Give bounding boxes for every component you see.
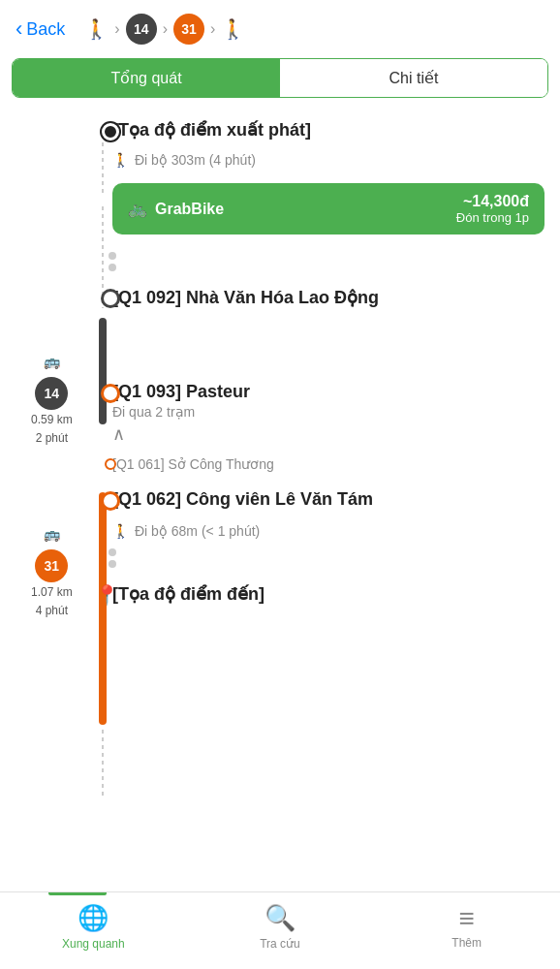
bus14-meta: 🚌 14 0.59 km 2 phút (31, 354, 73, 447)
tra-cuu-label: Tra cứu (260, 937, 300, 951)
left-meta: 🚌 14 0.59 km 2 phút 🚌 31 (31, 109, 89, 643)
grabbike-bike-icon: 🚲 (128, 200, 147, 218)
expand-stops-btn[interactable]: ∧ (112, 423, 544, 445)
svg-rect-3 (99, 492, 107, 725)
screen: ‹ Back 🚶 › 14 › 31 › 🚶 Tổng quát Chi tiế… (0, 0, 560, 969)
bus31-stop1: [Q1 093] Pasteur Đi qua 2 trạm ∧ (112, 372, 544, 449)
active-nav-indicator (48, 892, 107, 895)
walk-end-icon: 🚶 (221, 17, 245, 41)
intermediate-dot (105, 458, 116, 470)
end-walk-detail: 🚶 Đi bộ 68m (< 1 phút) (112, 519, 544, 545)
bottom-nav: 🌐 Xung quanh 🔍 Tra cứu ≡ Thêm (0, 891, 560, 969)
bus31-stop2-dot (101, 491, 120, 511)
arrow-icon-2: › (163, 20, 168, 38)
walk-icon-end: 🚶 (112, 523, 129, 539)
bus-num-badge-31: 31 (35, 549, 68, 582)
intermediate-stop: [Q1 061] Sở Công Thương (112, 449, 544, 480)
them-label: Thêm (451, 936, 482, 950)
arrow-icon-1: › (114, 20, 119, 38)
walk-dots-1 (112, 248, 544, 277)
svg-rect-2 (99, 318, 107, 424)
bus31-meta: 🚌 31 1.07 km 4 phút (31, 526, 73, 619)
back-label: Back (26, 19, 65, 40)
bus14-distance: 0.59 km (31, 412, 73, 428)
nav-them[interactable]: ≡ Thêm (373, 905, 560, 950)
xung-quanh-label: Xung quanh (62, 937, 125, 951)
nav-tra-cuu[interactable]: 🔍 Tra cứu (187, 903, 374, 951)
destination-title: [Tọa độ điểm đến] (112, 583, 544, 605)
bus-icon-31: 🚌 (44, 526, 60, 542)
bus31-stop2: [Q1 062] Công viên Lê Văn Tám (112, 480, 544, 516)
bus31-stop2-name: [Q1 062] Công viên Lê Văn Tám (112, 489, 544, 510)
grabbike-right: ~14,300đ Đón trong 1p (456, 193, 529, 225)
start-dot (102, 123, 119, 141)
grabbike-left: 🚲 GrabBike (128, 200, 224, 218)
intermediate-stop-name: [Q1 061] Sở Công Thương (112, 456, 544, 472)
tab-tong-quat[interactable]: Tổng quát (13, 59, 280, 97)
start-walk-text: Đi bộ 303m (4 phút) (135, 152, 256, 168)
dot-1 (109, 252, 116, 260)
bus-num-badge-14: 14 (35, 377, 68, 410)
bus31-duration: 4 phút (36, 603, 68, 619)
bus14-duration: 2 phút (36, 430, 68, 447)
bus31-stop1-name: [Q1 093] Pasteur (112, 382, 544, 402)
tab-chi-tiet[interactable]: Chi tiết (280, 59, 547, 97)
back-button[interactable]: ‹ Back (16, 18, 65, 40)
grabbike-pickup: Đón trong 1p (456, 210, 529, 225)
bus31-distance: 1.07 km (31, 584, 73, 601)
tra-cuu-icon: 🔍 (264, 903, 296, 933)
header: ‹ Back 🚶 › 14 › 31 › 🚶 (0, 0, 560, 54)
start-walk-detail: 🚶 Đi bộ 303m (4 phút) (112, 150, 544, 173)
bus-icon-14: 🚌 (44, 354, 60, 369)
bus14-stop1-name: [Q1 092] Nhà Văn Hóa Lao Động (112, 287, 544, 308)
back-chevron-icon: ‹ (16, 18, 22, 40)
start-stop: [Tọa độ điểm xuất phát] (112, 109, 544, 146)
walk-icon-start: 🚶 (112, 152, 129, 168)
xung-quanh-icon: 🌐 (78, 903, 109, 933)
destination-pin-icon: 📍 (95, 583, 119, 607)
bus31-stop1-dot (101, 384, 120, 403)
route-steps: 🚶 › 14 › 31 › 🚶 (84, 14, 245, 45)
nav-xung-quanh[interactable]: 🌐 Xung quanh (0, 903, 187, 951)
walk-start-icon: 🚶 (84, 17, 109, 41)
dot-4 (109, 560, 116, 568)
grabbike-card[interactable]: 🚲 GrabBike ~14,300đ Đón trong 1p (112, 183, 544, 234)
dot-3 (109, 548, 116, 556)
walk-dots-2 (112, 545, 544, 574)
bus-badge-31: 31 (173, 14, 204, 45)
them-icon: ≡ (459, 905, 475, 932)
grabbike-label: GrabBike (155, 201, 224, 218)
dot-2 (109, 264, 116, 271)
route-content: 🚌 14 0.59 km 2 phút 🚌 31 (0, 109, 560, 891)
start-title: [Tọa độ điểm xuất phát] (112, 119, 544, 141)
bus14-stop1: [Q1 092] Nhà Văn Hóa Lao Động (112, 277, 544, 314)
bus14-line-spacer (112, 314, 544, 372)
bus-badge-14: 14 (126, 14, 157, 45)
timeline: [Tọa độ điểm xuất phát] 🚶 Đi bộ 303m (4 … (89, 109, 544, 643)
arrow-icon-3: › (210, 20, 215, 38)
end-walk-text: Đi bộ 68m (< 1 phút) (135, 523, 260, 539)
destination-stop: 📍 [Tọa độ điểm đến] (112, 574, 544, 643)
bus31-stop1-note: Đi qua 2 trạm (112, 404, 544, 420)
tabs: Tổng quát Chi tiết (12, 58, 548, 98)
grabbike-price: ~14,300đ (456, 193, 529, 210)
bus14-stop1-dot (101, 289, 120, 308)
